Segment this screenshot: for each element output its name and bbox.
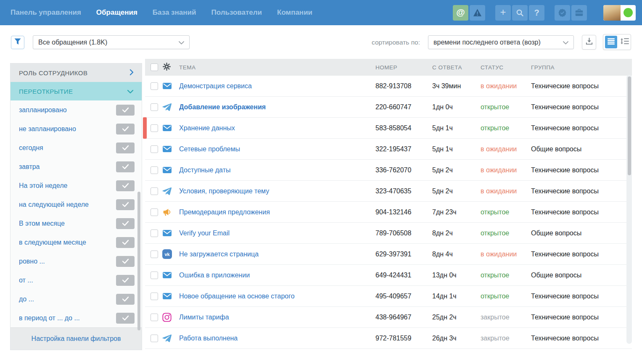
ticket-row[interactable]: vk Не загружается страница 629-397391 8д… — [145, 244, 632, 265]
ticket-subject-link[interactable]: Условия, проверяющие тему — [179, 187, 269, 195]
column-header-subject[interactable]: ТЕМА — [179, 64, 375, 71]
sort-select[interactable]: времени последнего ответа (возр) — [428, 35, 574, 49]
filter-section-role[interactable]: РОЛЬ СОТРУДНИКОВ — [11, 63, 142, 82]
filter-item-label[interactable]: ровно ... — [19, 258, 45, 265]
export-download-button[interactable] — [582, 35, 596, 50]
row-checkbox[interactable] — [151, 82, 158, 90]
ticket-row[interactable]: Доступные даты 336-762070 5дн 2ч в ожида… — [145, 160, 632, 181]
ticket-subject-link[interactable]: Доступные даты — [179, 166, 230, 174]
nav-item-3[interactable]: База знаний — [153, 8, 196, 17]
ticket-subject-link[interactable]: Ошибка в приложении — [179, 272, 250, 279]
filter-toggle-on[interactable] — [116, 124, 135, 135]
row-checkbox[interactable] — [151, 335, 158, 342]
row-checkbox[interactable] — [151, 103, 158, 111]
ticket-row[interactable]: Лимиты тарифа 438-964967 25дн 2ч закрыто… — [145, 307, 632, 328]
list-view-button[interactable] — [605, 36, 617, 48]
row-checkbox[interactable] — [151, 208, 158, 216]
select-all-checkbox[interactable] — [151, 63, 158, 71]
ticket-subject-link[interactable]: Добавление изображения — [179, 103, 266, 111]
row-checkbox[interactable] — [151, 314, 158, 321]
filter-toggle-on[interactable] — [116, 275, 135, 286]
column-header-group[interactable]: ГРУППА — [531, 64, 632, 71]
ticket-subject-link[interactable]: Лимиты тарифа — [179, 314, 229, 321]
at-button[interactable]: @ — [453, 5, 468, 21]
nav-item-1[interactable]: Панель управления — [11, 8, 81, 17]
row-checkbox[interactable] — [151, 124, 158, 132]
table-scrollbar[interactable] — [628, 76, 631, 175]
filter-item-label[interactable]: от ... — [19, 277, 33, 284]
filter-toggle-on[interactable] — [116, 161, 135, 172]
row-checkbox[interactable] — [151, 293, 158, 300]
row-checkbox[interactable] — [151, 272, 158, 279]
column-header-number[interactable]: НОМЕР — [375, 64, 432, 71]
filter-item-label[interactable]: На этой неделе — [19, 182, 67, 190]
filter-item-label[interactable]: запланировано — [19, 106, 67, 114]
warning-button[interactable] — [470, 5, 485, 21]
plus-button[interactable]: + — [495, 5, 511, 21]
filter-toggle-on[interactable] — [116, 199, 135, 210]
filter-panel-settings-button[interactable]: Настройка панели фильтров — [11, 327, 142, 350]
ticket-row[interactable]: Сетевые проблемы 322-195437 5дн 1ч в ожи… — [145, 139, 632, 160]
ticket-subject-link[interactable]: Демонстрация сервиса — [179, 82, 252, 90]
columns-settings-gear-icon[interactable] — [162, 62, 171, 72]
column-header-status[interactable]: СТАТУС — [481, 64, 531, 71]
filter-toggle-on[interactable] — [116, 256, 135, 267]
filter-item-label[interactable]: до ... — [19, 295, 34, 303]
row-checkbox[interactable] — [151, 166, 158, 174]
filter-item-label[interactable]: завтра — [19, 163, 40, 171]
filter-item-label[interactable]: не запланировано — [19, 125, 76, 133]
filter-item-9: ровно ... — [11, 252, 142, 271]
sidebar-scrollbar[interactable] — [137, 192, 140, 330]
ticket-row[interactable]: Добавление изображения 220-660747 1дн 0ч… — [145, 97, 632, 118]
nav-item-4[interactable]: Пользователи — [211, 8, 262, 17]
filter-item-label[interactable]: В этом месяце — [19, 220, 65, 227]
ticket-row[interactable]: Verify your Email 789-706508 8дн 2ч откр… — [145, 223, 632, 244]
filter-toggle-on[interactable] — [116, 313, 135, 324]
ticket-rows: Демонстрация сервиса 882-913708 3ч 39мин… — [145, 76, 632, 349]
ticket-filter-select[interactable]: Все обращения (1.8K) — [33, 35, 190, 49]
nav-item-5[interactable]: Компании — [277, 8, 312, 17]
ticket-subject-link[interactable]: Премодерация предложения — [179, 208, 270, 216]
filter-panel-button[interactable] — [11, 36, 24, 49]
filter-item-label[interactable]: в следующем месяце — [19, 239, 86, 246]
ticket-subject-link[interactable]: Не загружается страница — [179, 251, 259, 258]
briefcase-button[interactable] — [571, 5, 587, 21]
ticket-row[interactable]: Демонстрация сервиса 882-913708 3ч 39мин… — [145, 76, 632, 97]
ticket-subject-link[interactable]: Работа выполнена — [179, 335, 238, 342]
filter-toggle-on[interactable] — [116, 105, 135, 116]
filter-item-label[interactable]: на следующей неделе — [19, 201, 89, 208]
user-menu[interactable] — [603, 5, 636, 21]
ticket-number: 789-706508 — [375, 229, 432, 237]
row-checkbox[interactable] — [151, 229, 158, 237]
column-header-since[interactable]: С ОТВЕТА — [432, 64, 481, 71]
question-button[interactable]: ? — [529, 5, 544, 21]
filter-item-label[interactable]: сегодня — [19, 144, 43, 152]
row-checkbox[interactable] — [151, 187, 158, 195]
ticket-row[interactable]: Премодерация предложения 904-132146 7дн … — [145, 202, 632, 223]
badge-check-button[interactable] — [555, 5, 570, 21]
filter-toggle-on[interactable] — [116, 180, 135, 191]
ticket-row[interactable]: Ошибка в приложении 649-424431 13дн 0ч о… — [145, 265, 632, 286]
question-icon: ? — [534, 8, 539, 18]
nav-item-2[interactable]: Обращения — [96, 8, 137, 17]
ticket-row[interactable]: Новое обращение на основе старого 495-40… — [145, 286, 632, 307]
row-checkbox[interactable] — [151, 251, 158, 258]
filter-toggle-on[interactable] — [116, 237, 135, 248]
ticket-subject-link[interactable]: Хранение данных — [179, 124, 235, 132]
filter-section-reopen[interactable]: ПЕРЕОТКРЫТИЕ — [11, 82, 142, 100]
ticket-subject-link[interactable]: Сетевые проблемы — [179, 145, 240, 153]
search-button[interactable] — [512, 5, 528, 21]
ticket-since-reply: 1дн 0ч — [432, 103, 481, 111]
ticket-row[interactable]: Работа выполнена 972-781559 26дн 3ч закр… — [145, 328, 632, 349]
filter-toggle-on[interactable] — [116, 142, 135, 153]
filter-toggle-on[interactable] — [116, 218, 135, 229]
filter-toggle-on[interactable] — [116, 294, 135, 305]
ticket-subject-link[interactable]: Новое обращение на основе старого — [179, 293, 295, 300]
ticket-row[interactable]: Хранение данных 583-858054 5дн 1ч открыт… — [145, 118, 632, 139]
row-checkbox[interactable] — [151, 145, 158, 153]
row-height-button[interactable] — [619, 36, 631, 48]
filter-section-role-label: РОЛЬ СОТРУДНИКОВ — [19, 69, 87, 76]
ticket-subject-link[interactable]: Verify your Email — [179, 229, 230, 237]
filter-item-label[interactable]: в период от ... до ... — [19, 314, 80, 322]
ticket-row[interactable]: Условия, проверяющие тему 323-470635 5дн… — [145, 181, 632, 202]
